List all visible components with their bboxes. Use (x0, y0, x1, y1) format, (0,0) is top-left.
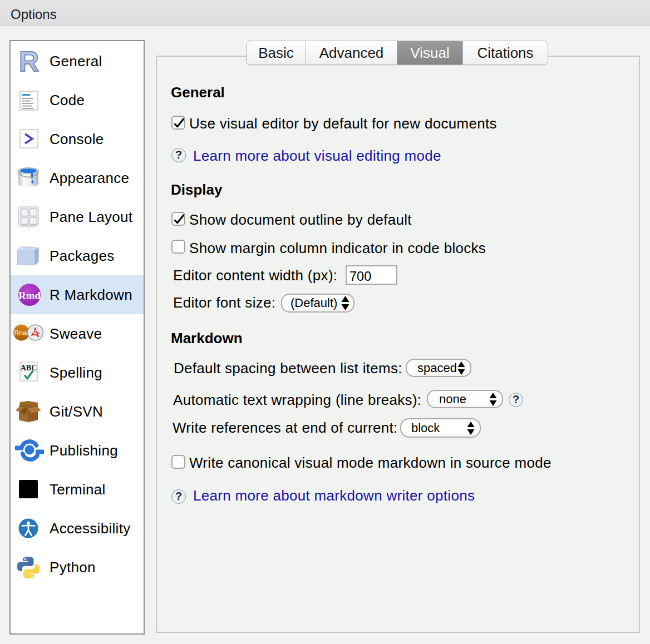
svg-text:R: R (19, 49, 39, 73)
svg-text:ABC: ABC (21, 364, 37, 372)
svg-text:Rnw: Rnw (14, 329, 27, 336)
svg-text:Rmd: Rmd (18, 289, 41, 301)
